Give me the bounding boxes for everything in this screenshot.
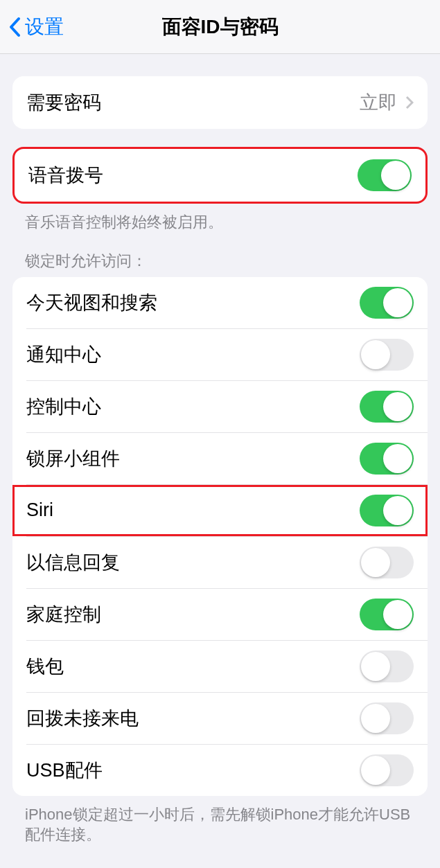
navbar: 设置 面容ID与密码 bbox=[0, 0, 440, 54]
lock-access-toggle[interactable] bbox=[360, 391, 414, 423]
lock-access-cell: 锁屏小组件 bbox=[12, 433, 428, 484]
voice-dial-cell: 语音拨号 bbox=[15, 149, 425, 202]
chevron-right-icon bbox=[405, 96, 414, 109]
lock-access-cell: 以信息回复 bbox=[12, 537, 428, 588]
lock-access-cell: Siri bbox=[12, 485, 428, 536]
page-title: 面容ID与密码 bbox=[162, 14, 279, 40]
cell-right: 立即 bbox=[360, 90, 414, 115]
group-require-passcode: 需要密码 立即 bbox=[12, 76, 428, 129]
lock-access-toggle[interactable] bbox=[360, 599, 414, 630]
lock-access-toggle[interactable] bbox=[360, 443, 414, 475]
toggle-knob bbox=[383, 496, 412, 525]
require-passcode-cell[interactable]: 需要密码 立即 bbox=[12, 76, 428, 129]
toggle-knob bbox=[361, 548, 390, 577]
content: 需要密码 立即 语音拨号 音乐语音控制将始终被启用。 锁定时允许访问： 今天视图… bbox=[0, 76, 440, 845]
lock-access-cell: 回拨未接来电 bbox=[12, 693, 428, 744]
chevron-left-icon bbox=[8, 17, 21, 37]
lock-access-cell: USB配件 bbox=[12, 745, 428, 796]
toggle-knob bbox=[381, 161, 410, 190]
voice-dial-footer: 音乐语音控制将始终被启用。 bbox=[0, 204, 440, 233]
lock-access-toggle[interactable] bbox=[360, 650, 414, 682]
require-passcode-label: 需要密码 bbox=[26, 90, 101, 115]
lock-access-toggle[interactable] bbox=[360, 754, 414, 786]
back-label: 设置 bbox=[25, 14, 64, 40]
toggle-knob bbox=[383, 600, 412, 629]
lock-access-label: USB配件 bbox=[26, 758, 103, 783]
lock-access-label: 锁屏小组件 bbox=[26, 446, 120, 471]
lock-access-cell: 通知中心 bbox=[12, 329, 428, 380]
lock-access-label: 以信息回复 bbox=[26, 550, 120, 575]
lock-access-cell: 家庭控制 bbox=[12, 589, 428, 640]
lock-access-label: Siri bbox=[26, 499, 53, 521]
toggle-knob bbox=[383, 392, 412, 421]
lock-access-label: 今天视图和搜索 bbox=[26, 290, 157, 315]
lock-access-toggle[interactable] bbox=[360, 339, 414, 371]
group-voice-dial: 语音拨号 bbox=[12, 147, 428, 204]
voice-dial-toggle[interactable] bbox=[358, 159, 412, 191]
toggle-knob bbox=[361, 652, 390, 681]
toggle-knob bbox=[383, 444, 412, 473]
toggle-knob bbox=[361, 340, 390, 369]
lock-access-label: 回拨未接来电 bbox=[26, 706, 139, 731]
lock-access-label: 通知中心 bbox=[26, 342, 101, 367]
lock-access-label: 控制中心 bbox=[26, 394, 101, 419]
lock-access-toggle[interactable] bbox=[360, 287, 414, 319]
lock-access-header: 锁定时允许访问： bbox=[0, 233, 440, 277]
toggle-knob bbox=[383, 288, 412, 317]
back-button[interactable]: 设置 bbox=[8, 14, 64, 40]
lock-access-cell: 今天视图和搜索 bbox=[12, 277, 428, 328]
lock-access-label: 钱包 bbox=[26, 654, 64, 679]
lock-access-footer: iPhone锁定超过一小时后，需先解锁iPhone才能允许USB配件连接。 bbox=[0, 796, 440, 845]
lock-access-cell: 钱包 bbox=[12, 641, 428, 692]
lock-access-toggle[interactable] bbox=[360, 702, 414, 734]
toggle-knob bbox=[361, 756, 390, 785]
lock-access-toggle[interactable] bbox=[360, 547, 414, 578]
voice-dial-label: 语音拨号 bbox=[28, 163, 103, 188]
group-lock-access: 今天视图和搜索通知中心控制中心锁屏小组件Siri以信息回复家庭控制钱包回拨未接来… bbox=[12, 277, 428, 796]
toggle-knob bbox=[361, 704, 390, 733]
require-passcode-value: 立即 bbox=[360, 90, 397, 115]
lock-access-cell: 控制中心 bbox=[12, 381, 428, 432]
lock-access-toggle[interactable] bbox=[360, 495, 414, 526]
lock-access-label: 家庭控制 bbox=[26, 602, 101, 627]
